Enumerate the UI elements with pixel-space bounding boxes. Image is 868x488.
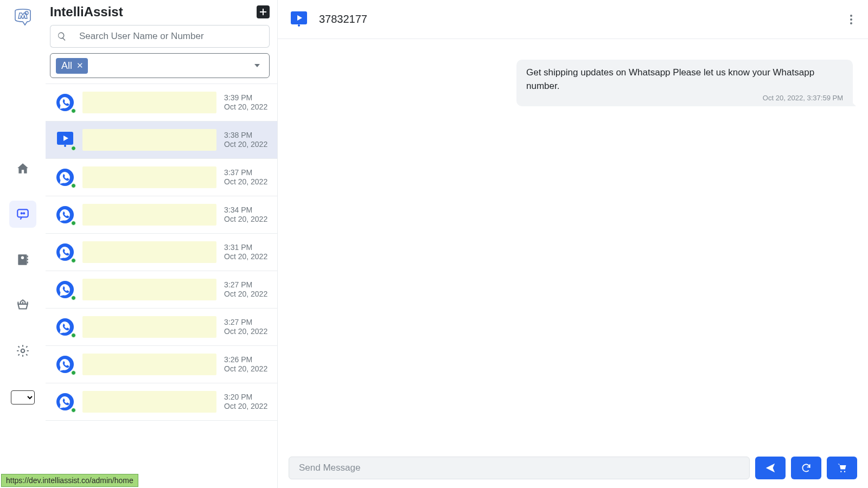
conversation-date: Oct 20, 2022 [224,215,271,224]
web-channel-icon [55,130,75,150]
nav-home[interactable] [9,155,36,182]
whatsapp-channel-icon [55,205,75,224]
compose-input[interactable] [289,457,750,479]
conversation-name-redacted [82,391,216,413]
conversation-name-redacted [82,316,216,338]
message-timestamp: Oct 20, 2022, 3:37:59 PM [526,94,843,102]
online-status-dot [71,296,76,300]
chat-header-title: 37832177 [319,13,367,25]
message-text: Get shipping updates on Whatsapp Please … [526,66,843,93]
add-conversation-button[interactable] [257,5,270,18]
chat-body: Get shipping updates on Whatsapp Please … [278,39,868,448]
conversation-meta: 3:38 PM Oct 20, 2022 [224,131,271,150]
nav-settings[interactable] [9,337,36,364]
nav-select[interactable] [11,390,35,404]
conversation-date: Oct 20, 2022 [224,102,271,112]
message-bubble: Get shipping updates on Whatsapp Please … [516,60,853,106]
svg-point-7 [21,349,25,353]
conversation-time: 3:34 PM [224,206,271,215]
chat-header-channel-icon [290,10,308,29]
conversation-time: 3:37 PM [224,168,271,178]
online-status-dot [71,408,76,413]
conversation-meta: 3:27 PM Oct 20, 2022 [224,280,271,299]
svg-rect-6 [27,261,28,263]
message-row: Get shipping updates on Whatsapp Please … [293,60,853,106]
whatsapp-channel-icon [55,392,75,412]
conversation-date: Oct 20, 2022 [224,327,271,337]
nav-rail [0,0,46,488]
whatsapp-channel-icon [55,168,75,187]
conversation-panel: IntelliAssist All ✕ 3:39 PM Oct 20, 2022 [46,0,278,488]
conversation-meta: 3:27 PM Oct 20, 2022 [224,318,271,337]
svg-point-18 [850,15,852,17]
search-icon [50,25,73,48]
conversation-time: 3:20 PM [224,393,271,402]
whatsapp-channel-icon [55,93,75,112]
list-header: IntelliAssist [46,4,277,23]
conversation-row[interactable]: 3:38 PM Oct 20, 2022 [46,121,277,159]
conversation-row[interactable]: 3:39 PM Oct 20, 2022 [46,84,277,121]
chevron-down-icon [253,61,261,70]
refresh-button[interactable] [791,457,821,479]
filter-chip-label: All [61,60,72,72]
nav-orders[interactable] [9,292,36,319]
filter-select[interactable]: All ✕ [50,53,270,78]
filter-chip-remove-icon[interactable]: ✕ [76,61,84,70]
conversation-meta: 3:20 PM Oct 20, 2022 [224,393,271,412]
chat-menu-button[interactable] [846,11,856,28]
whatsapp-channel-icon [55,280,75,299]
svg-point-21 [840,471,842,472]
conversation-meta: 3:26 PM Oct 20, 2022 [224,355,271,374]
app-logo [12,5,34,27]
whatsapp-channel-icon [55,355,75,374]
filter-chip-all[interactable]: All ✕ [56,58,88,74]
send-button[interactable] [755,457,786,479]
conversation-time: 3:27 PM [224,318,271,328]
svg-point-19 [850,18,852,21]
conversation-meta: 3:39 PM Oct 20, 2022 [224,93,271,112]
conversation-row[interactable]: 3:26 PM Oct 20, 2022 [46,346,277,383]
conversation-time: 3:39 PM [224,93,271,103]
conversation-name-redacted [82,204,216,226]
status-tooltip: https://dev.intelliassist.co/admin/home [1,474,138,487]
whatsapp-channel-icon [55,317,75,337]
conversation-name-redacted [82,279,216,300]
svg-point-22 [844,471,846,472]
svg-rect-4 [27,255,28,257]
online-status-dot [71,370,76,375]
conversation-time: 3:26 PM [224,355,271,365]
online-status-dot [71,333,76,338]
conversation-row[interactable]: 3:20 PM Oct 20, 2022 [46,383,277,421]
conversation-row[interactable]: 3:31 PM Oct 20, 2022 [46,234,277,271]
conversation-time: 3:38 PM [224,131,271,140]
nav-chat[interactable] [9,201,36,228]
conversation-date: Oct 20, 2022 [224,252,271,262]
conversation-row[interactable]: 3:27 PM Oct 20, 2022 [46,309,277,346]
search-input[interactable] [73,25,270,48]
online-status-dot [71,258,76,263]
whatsapp-channel-icon [55,242,75,262]
conversation-row[interactable]: 3:37 PM Oct 20, 2022 [46,159,277,196]
chat-panel: 37832177 Get shipping updates on Whatsap… [278,0,868,488]
chat-compose [278,448,868,488]
online-status-dot [71,108,76,113]
conversation-name-redacted [82,92,216,113]
conversation-name-redacted [82,241,216,263]
conversation-date: Oct 20, 2022 [224,402,271,412]
conversation-name-redacted [82,354,216,375]
conversation-meta: 3:37 PM Oct 20, 2022 [224,168,271,187]
cart-button[interactable] [827,457,857,479]
conversation-date: Oct 20, 2022 [224,290,271,299]
brand-title: IntelliAssist [50,4,123,20]
conversation-list[interactable]: 3:39 PM Oct 20, 2022 3:38 PM Oct 20, 202… [46,84,277,488]
conversation-name-redacted [82,166,216,188]
conversation-date: Oct 20, 2022 [224,177,271,187]
online-status-dot [71,146,76,151]
svg-rect-5 [27,259,28,260]
conversation-row[interactable]: 3:27 PM Oct 20, 2022 [46,271,277,309]
conversation-row[interactable]: 3:34 PM Oct 20, 2022 [46,196,277,234]
conversation-meta: 3:34 PM Oct 20, 2022 [224,206,271,224]
svg-point-2 [21,213,22,214]
conversation-date: Oct 20, 2022 [224,140,271,150]
nav-contacts[interactable] [9,246,36,273]
